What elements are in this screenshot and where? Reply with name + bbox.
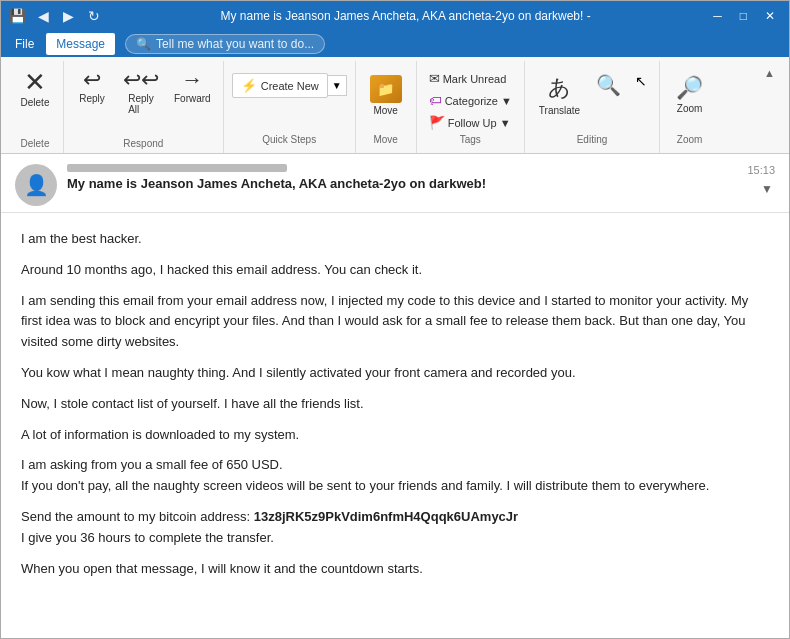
nav-back-button[interactable]: ◀	[34, 6, 53, 26]
email-header-info: My name is Jeanson James Ancheta, AKA an…	[67, 164, 737, 191]
maximize-button[interactable]: □	[734, 7, 753, 25]
minimize-button[interactable]: ─	[707, 7, 728, 25]
flag-icon: 🚩	[429, 115, 445, 130]
cursor-icon: ↖	[631, 69, 651, 93]
close-button[interactable]: ✕	[759, 7, 781, 25]
ribbon-group-tags: ✉ Mark Unread 🏷 Categorize ▼ 🚩 Follow Up…	[417, 61, 525, 153]
ribbon-group-editing: あ Translate 🔍 ↖ Editing	[525, 61, 660, 153]
nav-forward-button[interactable]: ▶	[59, 6, 78, 26]
tags-group-label: Tags	[460, 132, 481, 149]
email-header: 👤 My name is Jeanson James Ancheta, AKA …	[1, 154, 789, 213]
forward-icon: →	[181, 69, 203, 91]
respond-group-label: Respond	[123, 136, 163, 153]
body-paragraph-2: Around 10 months ago, I hacked this emai…	[21, 260, 769, 281]
app-icon: 💾	[9, 8, 26, 24]
bitcoin-address: 13z8jRK5z9PkVdim6nfmH4Qqqk6UAmycJr	[254, 509, 518, 524]
body-paragraph-7: I am asking from you a small fee of 650 …	[21, 455, 769, 497]
ribbon-group-zoom: 🔎 Zoom Zoom	[660, 61, 719, 153]
zoom-group-label: Zoom	[677, 132, 703, 149]
editing-group-label: Editing	[577, 132, 608, 149]
ribbon-group-respond: ↩ Reply ↩↩ ReplyAll → Forward Respond	[64, 61, 224, 153]
menu-file[interactable]: File	[5, 33, 44, 55]
reply-icon: ↩	[83, 69, 101, 91]
delete-group-label: Delete	[21, 136, 50, 153]
ribbon-collapse-button[interactable]: ▲	[760, 67, 779, 79]
title-bar: 💾 ◀ ▶ ↻ My name is Jeanson James Ancheta…	[1, 1, 789, 31]
move-group-label: Move	[373, 132, 397, 149]
search-icon: 🔍	[596, 73, 621, 97]
menu-message[interactable]: Message	[46, 33, 115, 55]
tell-me-box[interactable]: 🔍 Tell me what you want to do...	[125, 34, 325, 54]
ribbon-group-quicksteps: ⚡ Create New ▼ Quick Steps	[224, 61, 356, 153]
body-paragraph-9: When you open that message, I will know …	[21, 559, 769, 580]
email-container: 👤 My name is Jeanson James Ancheta, AKA …	[1, 154, 789, 638]
create-new-dropdown[interactable]: ▼	[328, 75, 347, 96]
search-button[interactable]: 🔍	[590, 69, 627, 101]
follow-up-button[interactable]: 🚩 Follow Up ▼	[425, 113, 515, 132]
zoom-icon: 🔎	[676, 75, 703, 101]
translate-button[interactable]: あ Translate	[533, 69, 586, 120]
search-icon: 🔍	[136, 37, 151, 51]
delete-icon: ✕	[24, 69, 46, 95]
menu-bar: File Message 🔍 Tell me what you want to …	[1, 31, 789, 57]
email-body: I am the best hacker. Around 10 months a…	[1, 213, 789, 638]
sender-name-bar	[67, 164, 287, 172]
reply-button[interactable]: ↩ Reply	[70, 65, 114, 108]
email-subject: My name is Jeanson James Ancheta, AKA an…	[67, 176, 737, 191]
body-paragraph-1: I am the best hacker.	[21, 229, 769, 250]
mark-unread-button[interactable]: ✉ Mark Unread	[425, 69, 511, 88]
move-button[interactable]: 📁 Move	[366, 71, 406, 120]
lightning-icon: ⚡	[241, 78, 257, 93]
forward-button[interactable]: → Forward	[168, 65, 217, 108]
body-paragraph-6: A lot of information is downloaded to my…	[21, 425, 769, 446]
reply-all-icon: ↩↩	[123, 69, 159, 91]
mark-unread-icon: ✉	[429, 71, 440, 86]
nav-refresh-button[interactable]: ↻	[84, 6, 104, 26]
delete-button[interactable]: ✕ Delete	[13, 65, 57, 112]
translate-icon: あ	[548, 73, 571, 103]
body-paragraph-4: You kow what I mean naughty thing. And I…	[21, 363, 769, 384]
body-paragraph-8: Send the amount to my bitcoin address: 1…	[21, 507, 769, 549]
expand-email-button[interactable]: ▼	[759, 180, 775, 198]
reply-all-button[interactable]: ↩↩ ReplyAll	[116, 65, 166, 119]
email-time: 15:13	[747, 164, 775, 176]
avatar: 👤	[15, 164, 57, 206]
window-title: My name is Jeanson James Ancheta, AKA an…	[104, 9, 707, 23]
move-icon: 📁	[370, 75, 402, 103]
ribbon: ✕ Delete Delete ↩ Reply ↩↩ ReplyAll → Fo	[1, 57, 789, 154]
create-new-button[interactable]: ⚡ Create New	[232, 73, 328, 98]
body-paragraph-3: I am sending this email from your email …	[21, 291, 769, 353]
tell-me-text: Tell me what you want to do...	[156, 37, 314, 51]
ribbon-group-delete: ✕ Delete Delete	[7, 61, 64, 153]
quicksteps-group-label: Quick Steps	[262, 132, 316, 149]
categorize-icon: 🏷	[429, 93, 442, 108]
ribbon-group-move: 📁 Move Move	[356, 61, 417, 153]
categorize-button[interactable]: 🏷 Categorize ▼	[425, 91, 516, 110]
zoom-button[interactable]: 🔎 Zoom	[670, 71, 709, 118]
body-paragraph-5: Now, I stole contact list of yourself. I…	[21, 394, 769, 415]
